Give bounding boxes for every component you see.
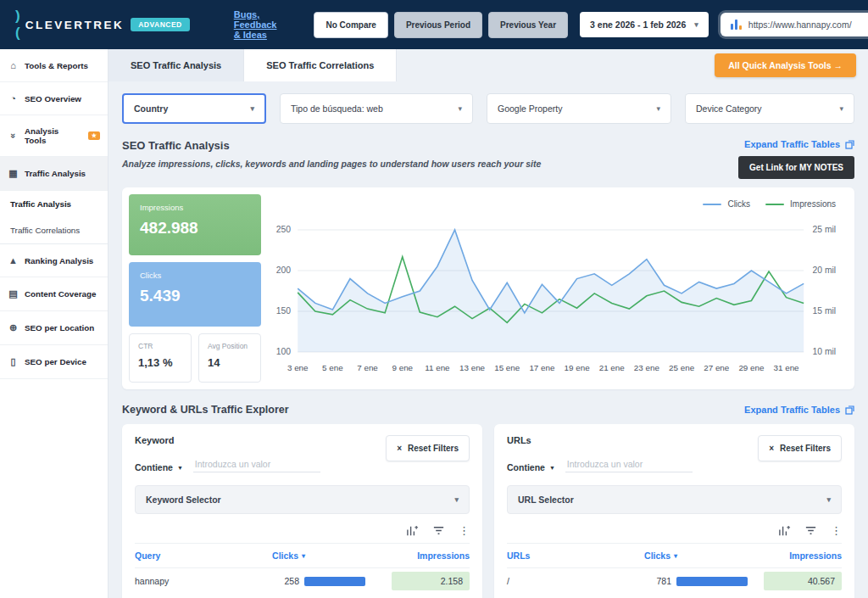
svg-text:29 ene: 29 ene bbox=[738, 363, 764, 372]
url-value-input[interactable] bbox=[565, 456, 693, 472]
clicks-value: 258 bbox=[272, 576, 299, 586]
advanced-badge: ADVANCED bbox=[131, 18, 190, 31]
impressions-stat-card[interactable]: Impressions 482.988 bbox=[129, 194, 261, 255]
svg-text:150: 150 bbox=[276, 307, 292, 316]
chevron-down-icon: ▾ bbox=[656, 104, 660, 113]
chart-legend: Clicks Impressions bbox=[703, 199, 836, 209]
keyword-selector-dropdown[interactable]: Keyword Selector ▾ bbox=[135, 485, 470, 514]
property-url: https://www.hannapy.com/ bbox=[748, 20, 865, 30]
column-impressions[interactable]: Impressions bbox=[764, 550, 842, 561]
traffic-chart-card: Impressions 482.988 Clicks 5.439 CTR 1,1… bbox=[122, 187, 854, 389]
clicks-cell: 258 bbox=[272, 576, 392, 586]
table-row[interactable]: hannapy 258 2.158 bbox=[135, 568, 470, 594]
svg-text:250: 250 bbox=[276, 226, 292, 235]
stat-value: 5.439 bbox=[140, 287, 250, 305]
kebab-menu-icon[interactable]: ⋮ bbox=[831, 524, 842, 537]
sidebar-item-ranking-analysis[interactable]: ▲ Ranking Analysis bbox=[0, 244, 108, 277]
column-clicks[interactable]: Clicks▾ bbox=[272, 550, 392, 561]
reset-filters-button[interactable]: × Reset Filters bbox=[386, 435, 470, 461]
chart-export-icon[interactable] bbox=[778, 524, 791, 537]
column-query[interactable]: Query bbox=[135, 550, 272, 561]
stat-label: Clicks bbox=[140, 271, 250, 280]
keyword-panel: Keyword Contiene ▼ × Reset Filters bbox=[122, 424, 482, 598]
gauge-icon: ◔ bbox=[8, 93, 19, 103]
sidebar-item-label: SEO per Location bbox=[25, 323, 94, 333]
property-selector[interactable]: https://www.hannapy.com/ ▾ bbox=[721, 13, 868, 36]
column-impressions[interactable]: Impressions bbox=[392, 550, 470, 561]
google-property-filter[interactable]: Google Property ▾ bbox=[487, 93, 671, 124]
keyword-value-input[interactable] bbox=[193, 456, 320, 472]
tab-seo-traffic-analysis[interactable]: SEO Traffic Analysis bbox=[108, 49, 244, 81]
expand-traffic-tables-link[interactable]: Expand Traffic Tables bbox=[744, 405, 854, 415]
keyword-condition-select[interactable]: Contiene ▼ bbox=[135, 462, 183, 472]
search-type-filter[interactable]: Tipo de búsqueda: web ▾ bbox=[280, 93, 473, 124]
bugs-feedback-link[interactable]: Bugs, Feedback & Ideas bbox=[234, 9, 277, 40]
reset-label: Reset Filters bbox=[780, 444, 831, 453]
previous-period-button[interactable]: Previous Period bbox=[394, 12, 482, 38]
reset-filters-button[interactable]: × Reset Filters bbox=[758, 435, 842, 461]
sidebar-item-tools-reports[interactable]: ⌂ Tools & Reports bbox=[0, 49, 108, 82]
tab-seo-traffic-correlations[interactable]: SEO Traffic Correlations bbox=[244, 49, 397, 81]
sidebar-item-seo-overview[interactable]: ◔ SEO Overview bbox=[0, 82, 108, 115]
url-selector-dropdown[interactable]: URL Selector ▾ bbox=[507, 485, 842, 514]
chevron-down-icon: ▾ bbox=[839, 104, 843, 113]
top-bar: )( CLEVERTREK ADVANCED Bugs, Feedback & … bbox=[0, 0, 868, 49]
svg-text:19 ene: 19 ene bbox=[565, 363, 590, 372]
chevron-down-icon: ▾ bbox=[454, 495, 459, 504]
sidebar-item-label: SEO per Device bbox=[25, 357, 86, 366]
new-badge: ★ bbox=[88, 131, 100, 140]
page-title: SEO Traffic Analysis bbox=[122, 139, 541, 152]
no-compare-button[interactable]: No Compare bbox=[314, 12, 387, 38]
kebab-menu-icon[interactable]: ⋮ bbox=[459, 524, 470, 537]
country-filter[interactable]: Country ▾ bbox=[122, 93, 266, 124]
get-link-my-notes-button[interactable]: Get Link for MY NOTES bbox=[738, 156, 854, 179]
filter-icon[interactable] bbox=[432, 524, 445, 537]
filter-icon[interactable] bbox=[804, 524, 817, 537]
panel-label: URLs bbox=[507, 435, 693, 445]
device-category-filter[interactable]: Device Category ▾ bbox=[685, 93, 854, 124]
clicks-value: 781 bbox=[644, 576, 671, 586]
home-icon: ⌂ bbox=[8, 60, 19, 70]
clicks-stat-card[interactable]: Clicks 5.439 bbox=[129, 262, 261, 327]
close-icon: × bbox=[397, 444, 402, 453]
stat-label: CTR bbox=[138, 342, 182, 350]
main-content: SEO Traffic Analysis SEO Traffic Correla… bbox=[108, 49, 868, 598]
ctr-stat-card[interactable]: CTR 1,13 % bbox=[129, 333, 192, 383]
sort-desc-icon: ▾ bbox=[302, 552, 305, 560]
document-icon: ▤ bbox=[8, 288, 19, 299]
sidebar-item-analysis-tools[interactable]: » Analysis Tools ★ bbox=[0, 115, 108, 157]
table-header: URLs Clicks▾ Impressions bbox=[507, 543, 842, 568]
section-header: SEO Traffic Analysis Analyze impressions… bbox=[108, 132, 868, 187]
all-quick-analysis-tools-button[interactable]: All Quick Analysis Tools → bbox=[715, 53, 856, 77]
previous-year-button[interactable]: Previous Year bbox=[488, 12, 568, 38]
svg-text:200: 200 bbox=[276, 266, 292, 276]
sidebar-item-content-coverage[interactable]: ▤ Content Coverage bbox=[0, 277, 108, 311]
impressions-cell: 2.158 bbox=[392, 572, 470, 590]
filter-label: Google Property bbox=[498, 103, 562, 114]
column-clicks[interactable]: Clicks▾ bbox=[644, 550, 764, 561]
avg-position-stat-card[interactable]: Avg Position 14 bbox=[198, 333, 261, 383]
chart-export-icon[interactable] bbox=[406, 524, 419, 537]
expand-traffic-tables-link[interactable]: Expand Traffic Tables bbox=[744, 139, 854, 149]
sidebar-subitem-traffic-analysis[interactable]: Traffic Analysis bbox=[0, 191, 108, 217]
chevron-down-icon: ▾ bbox=[826, 495, 831, 504]
stat-value: 14 bbox=[208, 356, 252, 369]
sidebar-subitem-traffic-correlations[interactable]: Traffic Correlations bbox=[0, 217, 108, 244]
sidebar-item-traffic-analysis[interactable]: ▦ Traffic Analysis bbox=[0, 157, 108, 191]
table-row[interactable]: / 781 40.567 bbox=[507, 568, 842, 594]
condition-value: Contiene bbox=[135, 462, 173, 472]
chevron-down-icon: ▾ bbox=[458, 104, 462, 113]
impressions-line-icon bbox=[765, 204, 784, 205]
filter-label: Device Category bbox=[696, 103, 762, 114]
column-urls[interactable]: URLs bbox=[507, 550, 644, 561]
sidebar-item-seo-per-location[interactable]: ⊕ SEO per Location bbox=[0, 311, 108, 345]
sidebar-item-label: Tools & Reports bbox=[25, 61, 88, 70]
stat-label: Impressions bbox=[140, 203, 250, 212]
url-condition-select[interactable]: Contiene ▼ bbox=[507, 462, 555, 472]
sidebar-item-seo-per-device[interactable]: ▯ SEO per Device bbox=[0, 345, 108, 379]
stat-value: 482.988 bbox=[140, 219, 250, 238]
svg-text:9 ene: 9 ene bbox=[392, 363, 413, 372]
explorer-title: Keyword & URLs Traffic Explorer bbox=[122, 404, 289, 416]
date-range-picker[interactable]: 3 ene 2026 - 1 feb 2026 ▾ bbox=[580, 12, 709, 37]
expand-icon bbox=[845, 405, 854, 415]
